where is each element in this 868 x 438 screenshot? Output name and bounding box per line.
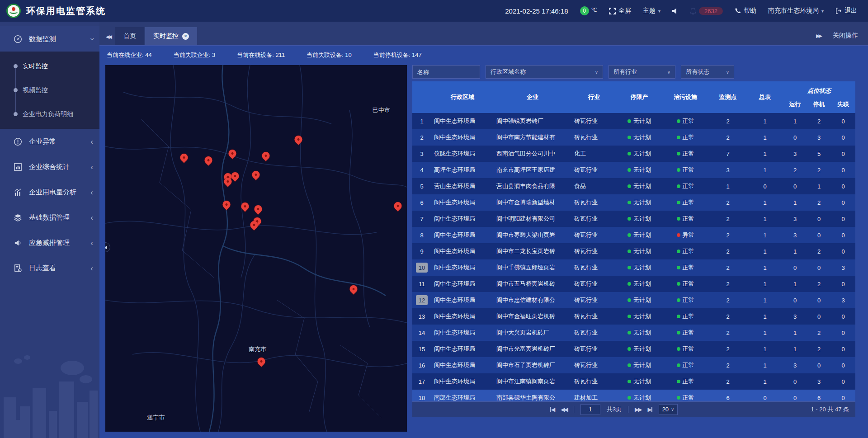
- cell-industry: 砖瓦行业: [571, 325, 617, 341]
- row-index: 17: [412, 373, 431, 390]
- cell-limit: 无计划: [617, 308, 662, 325]
- chevron-left-icon: ‹: [90, 264, 93, 272]
- cell-meters: 1: [747, 146, 783, 162]
- cell-industry: 砖瓦行业: [571, 113, 617, 129]
- table-row[interactable]: 11阆中生态环境局阆中市五马桥页岩机砖砖瓦行业无计划正常21120: [412, 276, 855, 292]
- cell-meters: 1: [747, 357, 783, 373]
- stats-bar: 当前在线企业: 44当前失联企业: 3当前在线设备: 211当前失联设备: 10…: [99, 47, 868, 63]
- cell-limit: 无计划: [617, 276, 662, 292]
- table-row[interactable]: 10阆中生态环境局阆中千佛镇五郎垭页岩砖瓦行业无计划正常21003: [412, 259, 855, 276]
- column-facility: 治污设施: [662, 81, 709, 113]
- cell-stop: 0: [807, 357, 831, 373]
- tab-1[interactable]: 实时监控✕: [145, 27, 197, 45]
- cell-company: 阆中市金福旺页岩机砖: [494, 308, 571, 325]
- table-row[interactable]: 16阆中生态环境局阆中市石子页岩机砖厂砖瓦行业无计划正常21300: [412, 357, 855, 373]
- table-row[interactable]: 12阆中生态环境局阆中市忠信建材有限公砖瓦行业无计划正常21003: [412, 292, 855, 308]
- sidebar-subitem-2[interactable]: 企业电力负荷明细: [0, 102, 99, 126]
- page-size-select[interactable]: 20 ∨: [659, 404, 678, 415]
- table-row[interactable]: 3仪陇生态环境局西南油气田分公司川中化工无计划正常71350: [412, 146, 855, 162]
- table-row[interactable]: 2阆中生态环境局阆中市南方节能建材有砖瓦行业无计划正常21030: [412, 129, 855, 146]
- table-row[interactable]: 15阆中生态环境局阆中市光富页岩机砖厂砖瓦行业无计划正常21120: [412, 341, 855, 357]
- cell-points: 2: [709, 129, 747, 146]
- sidebar-item-3[interactable]: 企业用电量分析‹: [0, 179, 99, 205]
- cell-facility: 正常: [662, 178, 709, 194]
- table-row[interactable]: 8阆中生态环境局阆中市枣碧大梁山页岩砖瓦行业无计划异常21300: [412, 227, 855, 243]
- row-index: 14: [412, 325, 431, 341]
- table-row[interactable]: 9阆中生态环境局阆中市二龙长宝页岩砖砖瓦行业无计划正常21120: [412, 243, 855, 259]
- page-number-input[interactable]: 1: [580, 404, 600, 415]
- table-row[interactable]: 6阆中生态环境局阆中市金博瑞新型墙材砖瓦行业无计划正常21120: [412, 194, 855, 211]
- cell-meters: 1: [747, 243, 783, 259]
- cell-lost: 3: [831, 259, 855, 276]
- close-operations-button[interactable]: 关闭操作: [833, 32, 858, 40]
- sidebar-item-5[interactable]: 应急减排管理‹: [0, 230, 99, 255]
- cell-run: 0: [783, 292, 807, 308]
- cell-industry: 砖瓦行业: [571, 194, 617, 211]
- voice-toggle-button[interactable]: [672, 8, 678, 14]
- cell-limit: 无计划: [617, 259, 662, 276]
- industry-filter-select[interactable]: 所有行业 ∨: [609, 65, 675, 79]
- cell-limit-label: 无计划: [633, 296, 651, 304]
- cell-meters: 1: [747, 129, 783, 146]
- sidebar-item-6[interactable]: 日志查看‹: [0, 255, 99, 281]
- table-row[interactable]: 13阆中生态环境局阆中市金福旺页岩机砖砖瓦行业无计划正常21300: [412, 308, 855, 325]
- status-green-dot: [627, 136, 631, 139]
- table-row[interactable]: 1阆中生态环境局阆中强锐页岩砖厂砖瓦行业无计划正常21120: [412, 113, 855, 129]
- table-row[interactable]: 18南部生态环境局南部县砚华土陶有限公建材加工无计划正常60060: [412, 390, 855, 401]
- tabs-scroll-right-icon[interactable]: ▶▶: [816, 33, 821, 39]
- sidebar-subitem-0[interactable]: 实时监控: [0, 54, 99, 78]
- cell-lost: 0: [831, 390, 855, 401]
- cell-industry: 砖瓦行业: [571, 259, 617, 276]
- help-button[interactable]: 帮助: [735, 7, 756, 15]
- prev-page-button[interactable]: ◀◀: [561, 406, 567, 413]
- notification-area[interactable]: 2632: [690, 7, 723, 15]
- fullscreen-button[interactable]: 全屏: [609, 7, 631, 15]
- pagination-bar: ◀ ◀◀ 1 共3页 ▶▶ ▶ 20 ∨ 1 - 20 共 47 条: [412, 401, 855, 417]
- cell-limit-label: 无计划: [633, 215, 651, 223]
- status-filter-select[interactable]: 所有状态 ∨: [681, 65, 734, 79]
- table-row[interactable]: 7阆中生态环境局阆中明阳建材有限公司砖瓦行业无计划正常21300: [412, 211, 855, 227]
- sidebar-item-4[interactable]: 基础数据管理‹: [0, 205, 99, 230]
- theme-dropdown[interactable]: 主题 ▾: [643, 7, 660, 15]
- sidebar-item-0[interactable]: 数据监测‹: [0, 26, 99, 52]
- cell-meters: 1: [747, 211, 783, 227]
- table-row[interactable]: 17阆中生态环境局阆中市江南镇阆南页岩砖瓦行业无计划正常21030: [412, 373, 855, 390]
- region-filter-select[interactable]: 行政区域名称 ∨: [486, 65, 603, 79]
- table-row[interactable]: 14阆中生态环境局阆中大兴页岩机砖厂砖瓦行业无计划正常21120: [412, 325, 855, 341]
- cell-facility: 正常: [662, 113, 709, 129]
- cell-region: 阆中生态环境局: [431, 243, 494, 259]
- cell-stop: 0: [807, 227, 831, 243]
- org-dropdown[interactable]: 南充市生态环境局 ▾: [768, 7, 824, 15]
- cell-lost: 0: [831, 194, 855, 211]
- cell-lost: 0: [831, 357, 855, 373]
- cell-industry: 砖瓦行业: [571, 211, 617, 227]
- sidebar-item-2[interactable]: 企业综合统计‹: [0, 154, 99, 179]
- column-industry: 行业: [571, 81, 617, 113]
- cell-limit: 无计划: [617, 341, 662, 357]
- status-green-dot: [627, 298, 631, 302]
- tabs-scroll-left-icon[interactable]: ◀◀: [99, 34, 115, 45]
- last-page-button[interactable]: ▶: [647, 406, 652, 413]
- name-filter-input[interactable]: [412, 65, 480, 79]
- cell-lost: 3: [831, 292, 855, 308]
- tab-close-icon[interactable]: ✕: [182, 33, 189, 40]
- cell-company: 南充市高坪区王家店建: [494, 162, 571, 178]
- table-row[interactable]: 5营山生态环境局营山县润丰肉食品有限食品无计划正常10010: [412, 178, 855, 194]
- notification-badge: 2632: [699, 7, 723, 15]
- cell-points: 2: [709, 276, 747, 292]
- tab-0[interactable]: 首页: [115, 27, 144, 45]
- map-panel[interactable]: 巴中市南充市遂宁市 ◀: [105, 65, 407, 432]
- cell-run: 3: [783, 308, 807, 325]
- cell-stop: 3: [807, 129, 831, 146]
- cell-points: 3: [709, 162, 747, 178]
- cell-lost: 0: [831, 243, 855, 259]
- status-green-dot: [677, 298, 680, 302]
- first-page-button[interactable]: ◀: [550, 406, 554, 413]
- next-page-button[interactable]: ▶▶: [635, 406, 641, 413]
- sidebar-subitem-1[interactable]: 视频监控: [0, 78, 99, 102]
- status-green-dot: [627, 217, 631, 221]
- cell-lost: 0: [831, 325, 855, 341]
- sidebar-item-1[interactable]: 企业异常‹: [0, 129, 99, 154]
- table-row[interactable]: 4高坪生态环境局南充市高坪区王家店建砖瓦行业无计划正常31220: [412, 162, 855, 178]
- logout-button[interactable]: 退出: [835, 7, 857, 15]
